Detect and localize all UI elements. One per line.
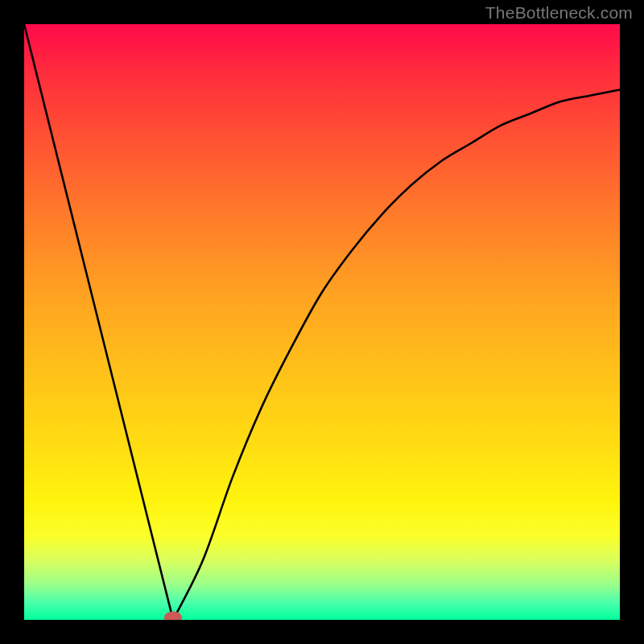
plot-area [24,24,620,620]
bottleneck-curve-svg [24,24,620,620]
watermark-label: TheBottleneck.com [485,3,633,23]
chart-frame: TheBottleneck.com [0,0,644,644]
bottleneck-curve-path [24,24,620,620]
min-point-marker [164,612,182,620]
